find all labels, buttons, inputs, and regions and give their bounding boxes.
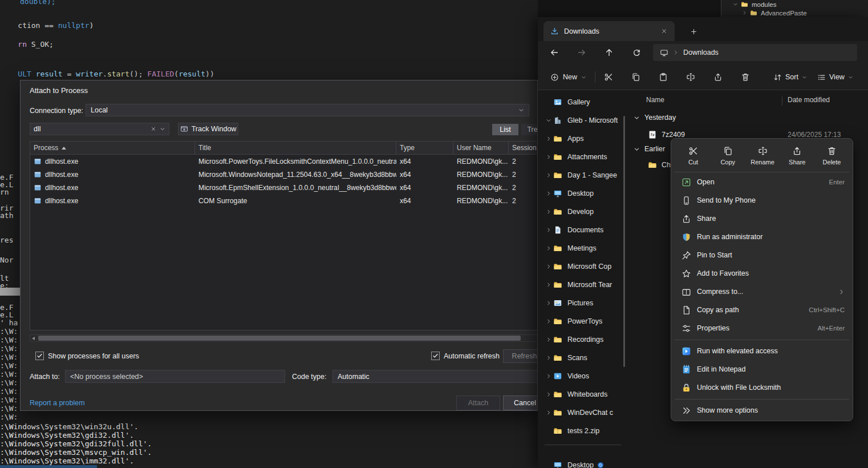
table-row[interactable]: dllhost.exe Microsoft.WindowsNotepad_11.… bbox=[30, 168, 538, 181]
show-all-users-checkbox[interactable] bbox=[35, 352, 44, 360]
sort-button[interactable]: Sort bbox=[769, 68, 812, 86]
group-header-yesterday[interactable]: Yesterday bbox=[629, 110, 676, 125]
refresh-button[interactable]: Refresh bbox=[503, 349, 538, 363]
menu-item-open[interactable]: Open Enter bbox=[671, 173, 853, 191]
tab-close-button[interactable] bbox=[658, 25, 670, 38]
sidebar-item-desktop[interactable]: Desktop bbox=[540, 185, 623, 201]
chevron-slot[interactable] bbox=[543, 410, 553, 415]
chevron-slot[interactable] bbox=[543, 355, 553, 361]
menu-item-compress-to[interactable]: Compress to... bbox=[671, 283, 853, 301]
tree-item-modules[interactable]: modules bbox=[721, 0, 868, 9]
scroll-left-arrow-icon[interactable] bbox=[32, 337, 35, 340]
tab-downloads[interactable]: Downloads bbox=[543, 21, 675, 41]
track-window-button[interactable]: Track Window bbox=[178, 123, 238, 135]
connection-type-select[interactable]: Local bbox=[86, 104, 529, 116]
attach-button[interactable]: Attach bbox=[456, 396, 500, 410]
menu-item-show-more-options[interactable]: Show more options bbox=[671, 401, 853, 419]
chevron-slot[interactable] bbox=[543, 282, 553, 288]
column-header-type[interactable]: Type bbox=[396, 142, 453, 154]
view-button[interactable]: View bbox=[813, 68, 858, 86]
process-filter-input[interactable]: dll bbox=[30, 123, 169, 135]
column-header-title[interactable]: Title bbox=[195, 142, 396, 154]
column-header-process[interactable]: Process bbox=[30, 142, 195, 154]
chevron-slot[interactable] bbox=[543, 245, 553, 251]
sidebar-item-meetings[interactable]: Meetings bbox=[540, 240, 623, 256]
quick-action-cut[interactable]: Cut bbox=[677, 143, 709, 169]
menu-item-edit-in-notepad[interactable]: Edit in Notepad bbox=[671, 360, 853, 378]
menu-item-properties[interactable]: Properties Alt+Enter bbox=[671, 319, 853, 337]
sidebar-item-microsoft-tear[interactable]: Microsoft Tear bbox=[540, 277, 623, 293]
share-button[interactable] bbox=[708, 68, 728, 86]
new-tab-button[interactable] bbox=[686, 24, 701, 39]
sidebar-item-scans[interactable]: Scans bbox=[540, 350, 623, 366]
sidebar-item-apps[interactable]: Apps bbox=[540, 131, 623, 147]
sidebar-item-onedrive[interactable]: Gleb - Microsoft bbox=[540, 112, 623, 128]
column-header-user[interactable]: User Name bbox=[453, 142, 509, 154]
quick-action-copy[interactable]: Copy bbox=[712, 143, 744, 169]
column-header-name[interactable]: Name bbox=[646, 96, 664, 104]
back-button[interactable] bbox=[546, 44, 563, 61]
sidebar-item-day1[interactable]: Day 1 - Sangee bbox=[540, 167, 623, 183]
chevron-slot[interactable] bbox=[543, 392, 553, 397]
scrollbar-thumb[interactable] bbox=[38, 336, 521, 341]
column-header-session[interactable]: Session bbox=[509, 142, 538, 154]
tree-toggle[interactable]: Tree bbox=[521, 124, 538, 135]
menu-item-send-to-phone[interactable]: Send to My Phone bbox=[671, 191, 853, 209]
attach-to-input[interactable]: <No process selected> bbox=[65, 370, 285, 383]
address-bar[interactable]: Downloads bbox=[653, 44, 857, 61]
copy-button[interactable] bbox=[626, 68, 646, 86]
menu-item-run-as-admin[interactable]: Run as administrator bbox=[671, 228, 853, 246]
sidebar-item-attachments[interactable]: Attachments bbox=[540, 149, 623, 165]
paste-button[interactable] bbox=[654, 68, 673, 86]
sidebar-item-pictures[interactable]: Pictures bbox=[540, 295, 623, 311]
sidebar-item-desktop-bottom[interactable]: Desktop bbox=[540, 457, 623, 468]
quick-action-share[interactable]: Share bbox=[781, 143, 813, 169]
chevron-slot[interactable] bbox=[543, 191, 553, 196]
tree-item-advancedpaste[interactable]: AdvancedPaste bbox=[721, 9, 868, 17]
column-divider[interactable] bbox=[782, 96, 782, 106]
cancel-button[interactable]: Cancel bbox=[503, 396, 538, 410]
table-row[interactable]: dllhost.exe Microsoft.PowerToys.FileLock… bbox=[30, 155, 538, 168]
refresh-button[interactable] bbox=[628, 44, 645, 61]
sidebar-item-recordings[interactable]: Recordings bbox=[540, 332, 623, 348]
list-toggle[interactable]: List bbox=[492, 124, 518, 135]
cut-button[interactable] bbox=[599, 68, 618, 86]
group-header-earlier[interactable]: Earlier bbox=[629, 142, 665, 156]
menu-item-pin-to-start[interactable]: Pin to Start bbox=[671, 246, 853, 264]
sidebar-item-gallery[interactable]: Gallery bbox=[540, 94, 623, 110]
chevron-slot[interactable] bbox=[543, 154, 553, 160]
sidebar-item-documents[interactable]: Documents bbox=[540, 222, 623, 238]
sidebar-item-videos[interactable]: Videos bbox=[540, 368, 623, 384]
quick-action-delete[interactable]: Delete bbox=[816, 143, 848, 169]
automatic-refresh-checkbox[interactable] bbox=[431, 352, 440, 360]
forward-button[interactable] bbox=[573, 44, 590, 61]
horizontal-scrollbar[interactable] bbox=[30, 334, 538, 342]
rename-button[interactable] bbox=[681, 68, 700, 86]
chevron-slot[interactable] bbox=[543, 136, 553, 142]
chevron-slot[interactable] bbox=[543, 318, 553, 324]
chevron-slot[interactable] bbox=[543, 264, 553, 269]
sidebar-item-develop[interactable]: Develop bbox=[540, 204, 623, 220]
menu-item-add-to-favorites[interactable]: Add to Favorites bbox=[671, 264, 853, 283]
table-row[interactable]: dllhost.exe Microsoft.EpmShellExtension_… bbox=[30, 181, 538, 194]
sidebar-item-tests-zip[interactable]: tests 2.zip bbox=[540, 423, 623, 439]
sidebar-item-whiteboards[interactable]: Whiteboards bbox=[540, 386, 623, 402]
table-row[interactable]: dllhost.exe COM Surrogate x64 REDMOND\gk… bbox=[30, 194, 538, 207]
scrollbar-thumb[interactable] bbox=[0, 288, 20, 296]
clear-filter-icon[interactable] bbox=[151, 126, 156, 132]
sidebar-item-powertoys[interactable]: PowerToys bbox=[540, 313, 623, 329]
chevron-slot[interactable] bbox=[543, 300, 553, 306]
column-header-date[interactable]: Date modified bbox=[788, 96, 830, 104]
chevron-slot[interactable] bbox=[543, 172, 553, 178]
chevron-slot[interactable] bbox=[543, 337, 553, 342]
sidebar-item-microsoft-cop[interactable]: Microsoft Cop bbox=[540, 259, 623, 275]
report-problem-link[interactable]: Report a problem bbox=[30, 399, 85, 407]
menu-item-copy-as-path[interactable]: Copy as path Ctrl+Shift+C bbox=[671, 301, 853, 319]
code-type-select[interactable]: Automatic bbox=[332, 370, 538, 383]
new-button[interactable]: New bbox=[545, 68, 592, 86]
chevron-slot[interactable] bbox=[543, 118, 553, 123]
delete-button[interactable] bbox=[736, 68, 755, 86]
up-button[interactable] bbox=[601, 44, 618, 61]
chevron-down-icon[interactable] bbox=[160, 126, 165, 132]
sidebar-scrollbar[interactable] bbox=[623, 116, 625, 367]
